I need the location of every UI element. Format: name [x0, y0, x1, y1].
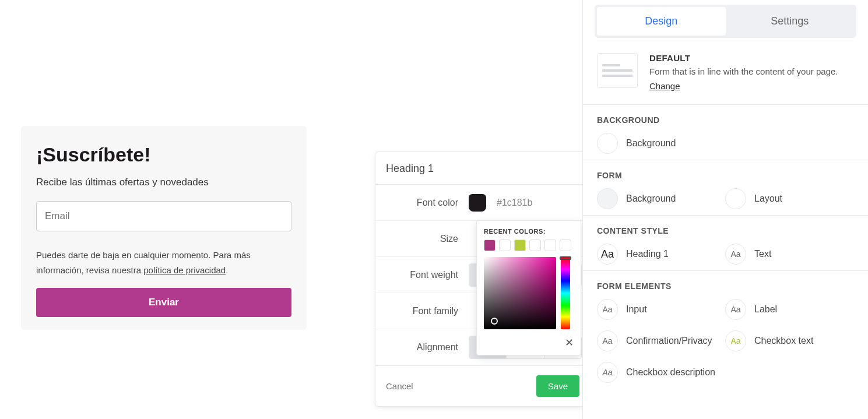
recent-swatch-1[interactable] — [484, 240, 496, 251]
default-text: DEFAULT Form that is in line with the co… — [649, 53, 838, 91]
section-content-style-items: Aa Heading 1 Aa Text — [597, 244, 854, 265]
font-color-hex: #1c181b — [497, 198, 532, 208]
style-label: Confirmation/Privacy — [626, 336, 712, 346]
close-icon[interactable]: ✕ — [484, 336, 574, 349]
aa-icon: Aa — [597, 299, 618, 320]
layout-chip-icon — [725, 188, 746, 209]
label-size: Size — [375, 234, 469, 244]
section-form-head: FORM — [597, 171, 854, 180]
thumb-line — [602, 64, 620, 66]
style-label: Checkbox description — [626, 367, 715, 378]
default-layout-block: DEFAULT Form that is in line with the co… — [583, 38, 868, 105]
change-link[interactable]: Change — [649, 81, 680, 91]
style-item-checkbox-text[interactable]: Aa Checkbox text — [725, 330, 848, 351]
section-form: FORM Background Layout — [583, 160, 868, 216]
section-background: BACKGROUND Background — [583, 105, 868, 160]
hue-slider[interactable] — [561, 257, 570, 329]
preview-heading: ¡Suscríbete! — [36, 143, 291, 166]
label-font-weight: Font weight — [375, 270, 469, 280]
font-color-swatch[interactable] — [469, 194, 486, 212]
form-preview-card: ¡Suscríbete! Recibe las últimas ofertas … — [21, 126, 307, 330]
style-label: Input — [626, 304, 647, 315]
save-button[interactable]: Save — [536, 375, 579, 397]
recent-colors-row — [484, 240, 574, 251]
aa-icon: Aa — [725, 244, 746, 265]
style-item-form-layout[interactable]: Layout — [725, 188, 848, 209]
color-chip-icon — [597, 188, 618, 209]
tabs-container: Design Settings — [583, 0, 868, 38]
color-chip-icon — [597, 133, 618, 154]
style-item-label[interactable]: Aa Label — [725, 299, 848, 320]
style-item-background[interactable]: Background — [597, 133, 719, 154]
thumb-line — [602, 75, 632, 77]
aa-icon: Aa — [597, 330, 618, 351]
default-heading: DEFAULT — [649, 53, 838, 63]
section-background-items: Background — [597, 133, 854, 154]
section-content-style: CONTENT STYLE Aa Heading 1 Aa Text — [583, 216, 868, 271]
layout-thumbnail — [597, 53, 638, 88]
tabs: Design Settings — [595, 5, 856, 38]
section-form-elements-items: Aa Input Aa Label Aa Confirmation/Privac… — [597, 299, 854, 383]
style-item-input[interactable]: Aa Input — [597, 299, 719, 320]
aa-icon: Aa — [725, 299, 746, 320]
hue-handle[interactable] — [560, 256, 571, 260]
recent-swatch-5[interactable] — [544, 240, 556, 251]
privacy-suffix: . — [226, 265, 228, 275]
submit-button[interactable]: Enviar — [36, 288, 291, 317]
tab-design[interactable]: Design — [597, 7, 726, 36]
color-saturation-area[interactable] — [484, 257, 556, 329]
design-sidebar: Design Settings DEFAULT Form that is in … — [582, 0, 868, 419]
recent-swatch-6[interactable] — [560, 240, 571, 251]
style-label: Heading 1 — [626, 249, 669, 259]
style-label: Background — [626, 138, 676, 149]
aa-icon: Aa — [597, 244, 618, 265]
style-item-heading1[interactable]: Aa Heading 1 — [597, 244, 719, 265]
recent-swatch-3[interactable] — [514, 240, 526, 251]
email-field[interactable] — [36, 201, 291, 231]
aa-icon: Aa — [725, 330, 746, 351]
style-label: Text — [754, 249, 771, 259]
style-item-confirmation-privacy[interactable]: Aa Confirmation/Privacy — [597, 330, 719, 351]
style-item-form-background[interactable]: Background — [597, 188, 719, 209]
tab-settings[interactable]: Settings — [726, 7, 855, 36]
recent-swatch-4[interactable] — [529, 240, 541, 251]
default-description: Form that is in line with the content of… — [649, 66, 838, 76]
section-content-style-head: CONTENT STYLE — [597, 226, 854, 235]
style-label: Background — [626, 193, 676, 204]
aa-icon: Aa — [597, 362, 618, 383]
cancel-button[interactable]: Cancel — [386, 381, 413, 391]
style-label: Checkbox text — [754, 336, 813, 346]
section-form-elements: FORM ELEMENTS Aa Input Aa Label Aa Confi… — [583, 271, 868, 389]
color-picker-main — [484, 257, 574, 329]
style-item-text[interactable]: Aa Text — [725, 244, 848, 265]
color-picker-popover: RECENT COLORS: ✕ — [476, 220, 581, 355]
thumb-line — [602, 69, 632, 72]
style-item-checkbox-description[interactable]: Aa Checkbox description — [597, 362, 719, 383]
color-handle[interactable] — [491, 318, 498, 325]
label-font-color: Font color — [375, 198, 469, 208]
popup-title: Heading 1 — [375, 152, 590, 185]
row-font-color: Font color #1c181b — [375, 185, 590, 221]
style-label: Layout — [754, 193, 782, 204]
privacy-text: Puedes darte de baja en cualquier moment… — [36, 248, 291, 277]
value-font-color[interactable]: #1c181b — [469, 194, 582, 212]
section-background-head: BACKGROUND — [597, 115, 854, 125]
section-form-items: Background Layout — [597, 188, 854, 209]
preview-subtitle: Recibe las últimas ofertas y novedades — [36, 177, 291, 188]
recent-colors-label: RECENT COLORS: — [484, 228, 574, 235]
privacy-link[interactable]: política de privacidad — [143, 265, 226, 275]
label-font-family: Font family — [375, 306, 469, 316]
label-alignment: Alignment — [375, 342, 469, 353]
style-label: Label — [754, 304, 777, 315]
popup-footer: Cancel Save — [375, 365, 590, 406]
recent-swatch-2[interactable] — [499, 240, 511, 251]
section-form-elements-head: FORM ELEMENTS — [597, 281, 854, 291]
